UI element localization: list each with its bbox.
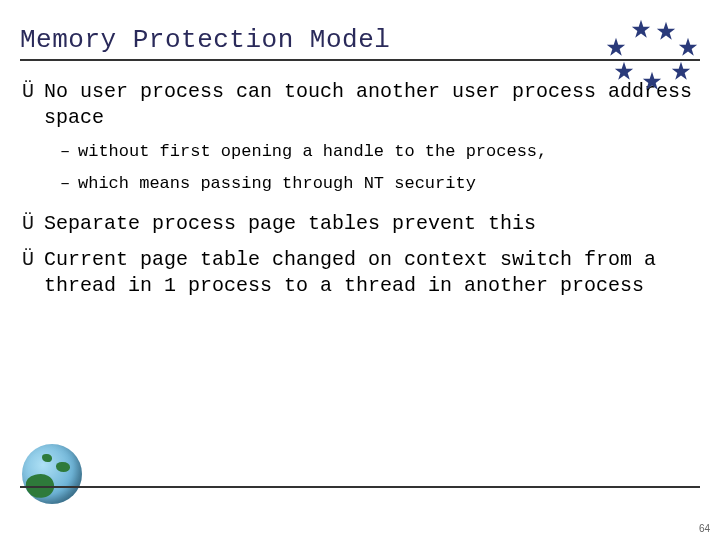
bullet-dash-icon: – <box>60 141 78 163</box>
bullet-level1: ÜSeparate process page tables prevent th… <box>22 211 700 237</box>
bullet-text: Current page table changed on context sw… <box>44 248 656 297</box>
bullet-text: without first opening a handle to the pr… <box>78 142 547 161</box>
star-icon <box>630 18 652 40</box>
star-icon <box>613 60 635 82</box>
slide: Memory Protection Model ÜNo user process… <box>0 0 720 540</box>
bullet-level1: ÜCurrent page table changed on context s… <box>22 247 700 299</box>
star-icon <box>605 36 627 58</box>
footer-divider <box>20 486 700 488</box>
bullet-text: which means passing through NT security <box>78 174 476 193</box>
star-icon <box>670 60 692 82</box>
star-icon <box>655 20 677 42</box>
stars-decoration <box>595 18 705 88</box>
page-number: 64 <box>699 523 710 534</box>
star-icon <box>677 36 699 58</box>
bullet-arrow-icon: Ü <box>22 247 44 273</box>
star-icon <box>641 70 663 92</box>
bullet-arrow-icon: Ü <box>22 79 44 105</box>
bullet-arrow-icon: Ü <box>22 211 44 237</box>
bullet-list: ÜNo user process can touch another user … <box>20 79 700 299</box>
bullet-text: Separate process page tables prevent thi… <box>44 212 536 235</box>
bullet-dash-icon: – <box>60 173 78 195</box>
bullet-level2: –without first opening a handle to the p… <box>60 141 700 163</box>
bullet-level2: –which means passing through NT security <box>60 173 700 195</box>
globe-icon <box>22 444 82 504</box>
